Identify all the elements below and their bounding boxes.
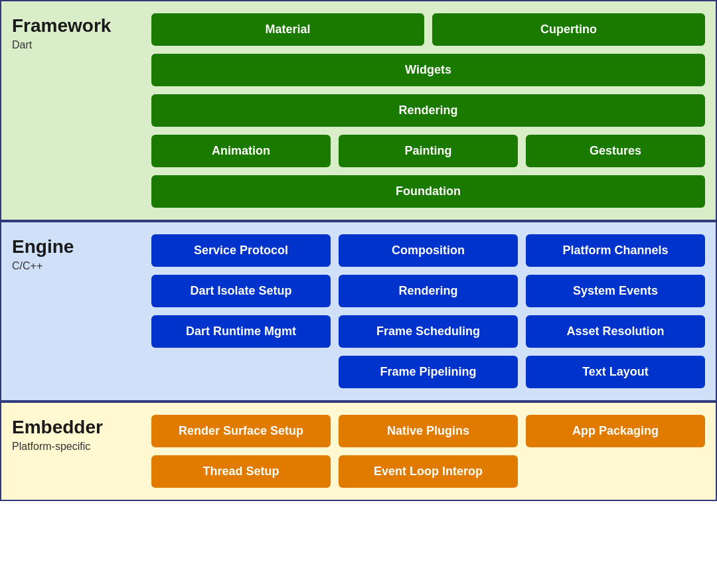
rendering-engine-box: Rendering <box>339 275 518 307</box>
engine-subtitle: C/C++ <box>12 260 151 272</box>
text-layout-box: Text Layout <box>526 356 705 388</box>
widgets-box: Widgets <box>151 54 705 86</box>
framework-subtitle: Dart <box>12 39 151 51</box>
composition-box: Composition <box>339 234 518 267</box>
animation-box: Animation <box>151 135 331 167</box>
foundation-box: Foundation <box>151 175 705 208</box>
engine-label: Engine C/C++ <box>12 234 151 388</box>
dart-runtime-mgmt-box: Dart Runtime Mgmt <box>151 315 331 348</box>
engine-row4-spacer <box>151 356 331 388</box>
native-plugins-box: Native Plugins <box>339 415 518 447</box>
framework-layer: Framework Dart Material Cupertino Widget… <box>0 0 717 221</box>
thread-setup-box: Thread Setup <box>151 455 331 488</box>
dart-isolate-setup-box: Dart Isolate Setup <box>151 275 331 307</box>
framework-content: Material Cupertino Widgets Rendering Ani… <box>151 13 705 208</box>
painting-box: Painting <box>339 135 518 167</box>
embedder-content: Render Surface Setup Native Plugins App … <box>151 415 705 488</box>
frame-scheduling-box: Frame Scheduling <box>339 315 518 348</box>
embedder-label: Embedder Platform-specific <box>12 415 151 488</box>
embedder-row2-spacer <box>526 455 705 488</box>
engine-content: Service Protocol Composition Platform Ch… <box>151 234 705 388</box>
framework-title: Framework <box>12 16 151 37</box>
framework-row-4: Animation Painting Gestures <box>151 135 705 167</box>
platform-channels-box: Platform Channels <box>526 234 705 267</box>
embedder-subtitle: Platform-specific <box>12 441 151 453</box>
framework-row-3: Rendering <box>151 94 705 127</box>
frame-pipelining-box: Frame Pipelining <box>339 356 518 388</box>
cupertino-box: Cupertino <box>432 13 705 46</box>
engine-row-1: Service Protocol Composition Platform Ch… <box>151 234 705 267</box>
embedder-row-2: Thread Setup Event Loop Interop <box>151 455 705 488</box>
event-loop-interop-box: Event Loop Interop <box>339 455 518 488</box>
service-protocol-box: Service Protocol <box>151 234 331 267</box>
framework-row-2: Widgets <box>151 54 705 86</box>
engine-row-3: Dart Runtime Mgmt Frame Scheduling Asset… <box>151 315 705 348</box>
embedder-row-1: Render Surface Setup Native Plugins App … <box>151 415 705 447</box>
gestures-box: Gestures <box>526 135 705 167</box>
embedder-title: Embedder <box>12 417 151 438</box>
app-packaging-box: App Packaging <box>526 415 705 447</box>
system-events-box: System Events <box>526 275 705 307</box>
engine-title: Engine <box>12 237 151 257</box>
framework-row-5: Foundation <box>151 175 705 208</box>
rendering-fw-box: Rendering <box>151 94 705 127</box>
material-box: Material <box>151 13 424 46</box>
framework-label: Framework Dart <box>12 13 151 208</box>
engine-layer: Engine C/C++ Service Protocol Compositio… <box>0 221 717 402</box>
engine-row-4: Frame Pipelining Text Layout <box>151 356 705 388</box>
framework-row-1: Material Cupertino <box>151 13 705 46</box>
embedder-layer: Embedder Platform-specific Render Surfac… <box>0 402 717 501</box>
engine-row-2: Dart Isolate Setup Rendering System Even… <box>151 275 705 307</box>
asset-resolution-box: Asset Resolution <box>526 315 705 348</box>
render-surface-setup-box: Render Surface Setup <box>151 415 331 447</box>
